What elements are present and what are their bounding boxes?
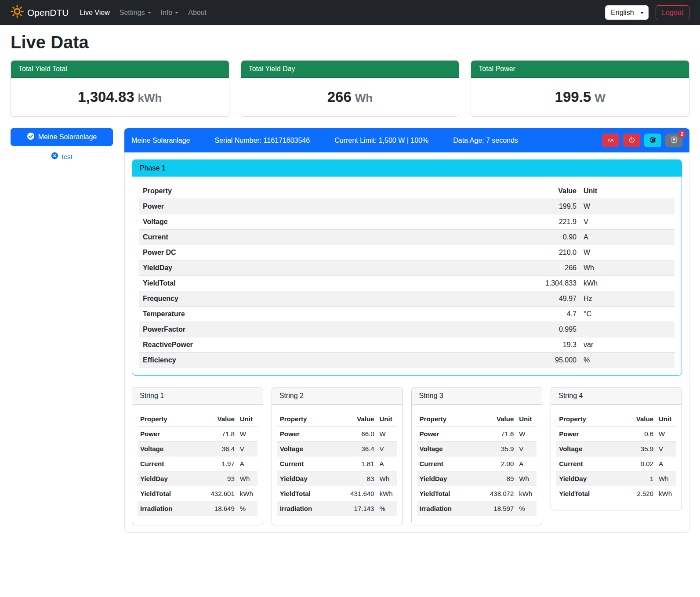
unit-cell: % xyxy=(377,501,397,516)
unit-cell: kWh xyxy=(377,486,397,501)
string-title: String 3 xyxy=(412,387,542,405)
card-title: Total Yield Total xyxy=(11,61,229,78)
unit-cell: V xyxy=(656,441,676,456)
sidebar-item-test[interactable]: test xyxy=(11,152,113,161)
summary-cards: Total Yield Total 1,304.83kWh Total Yiel… xyxy=(11,60,689,117)
value-cell: 266 xyxy=(403,261,580,276)
unit-cell: Wh xyxy=(377,471,397,486)
property-cell: Power xyxy=(139,199,403,214)
value-cell: 2.520 xyxy=(620,486,656,501)
property-cell: YieldTotal xyxy=(138,486,201,501)
column-header: Value xyxy=(403,184,580,199)
unit-cell: W xyxy=(656,427,676,441)
unit-cell: % xyxy=(237,501,258,516)
brand-name: OpenDTU xyxy=(27,7,69,18)
table-row: YieldDay266Wh xyxy=(139,261,675,276)
value-cell: 0.02 xyxy=(620,456,656,471)
unit-cell xyxy=(580,322,675,337)
string-2-card: String 2 PropertyValueUnitPower66.0WVolt… xyxy=(272,387,403,525)
property-cell: ReactivePower xyxy=(139,337,403,353)
value-cell: 221.9 xyxy=(403,214,580,230)
inverter-select-button[interactable]: Meine Solaranlage xyxy=(11,128,113,146)
property-cell: YieldDay xyxy=(139,261,403,276)
value-cell: 93 xyxy=(201,471,237,486)
phase-1-card: Phase 1 PropertyValueUnitPower199.5WVolt… xyxy=(132,159,682,376)
table-row: Irradiation18.597% xyxy=(417,501,537,516)
logout-button[interactable]: Logout xyxy=(656,5,689,20)
value-cell: 36.4 xyxy=(201,441,237,456)
inverter-header-info: Meine Solaranlage Serial Number: 1161716… xyxy=(131,137,518,145)
card-title: Total Power xyxy=(471,61,689,78)
nav-live-view[interactable]: Live View xyxy=(75,5,115,20)
navbar-right: English Logout xyxy=(605,5,689,20)
unit-cell: % xyxy=(516,501,537,516)
table-row: Voltage36.4V xyxy=(277,441,397,456)
table-header-row: PropertyValueUnit xyxy=(417,412,537,427)
property-cell: Power xyxy=(138,427,201,441)
unit-cell: % xyxy=(580,353,675,368)
table-header-row: PropertyValueUnit xyxy=(277,412,397,427)
nav-info-label: Info xyxy=(161,9,173,17)
check-circle-icon xyxy=(27,132,35,142)
property-cell: YieldDay xyxy=(277,471,341,486)
event-log-button[interactable]: 2 xyxy=(665,134,682,147)
value-cell: 18.597 xyxy=(480,501,516,516)
table-row: YieldTotal431.640kWh xyxy=(277,486,397,501)
device-info-button[interactable] xyxy=(644,134,661,147)
property-cell: Current xyxy=(277,456,341,471)
value-cell: 1,304.833 xyxy=(403,276,580,291)
table-row: YieldDay89Wh xyxy=(417,471,537,486)
table-row: Power71.8W xyxy=(138,427,258,441)
nav-about[interactable]: About xyxy=(183,5,211,20)
table-row: YieldTotal432.601kWh xyxy=(138,486,258,501)
value-cell: 95.000 xyxy=(403,353,580,368)
test-label: test xyxy=(62,153,72,160)
table-header-row: PropertyValueUnit xyxy=(139,184,675,199)
value-cell: 83 xyxy=(341,471,377,486)
nav-info[interactable]: Info xyxy=(156,5,184,20)
table-row: Power66.0W xyxy=(277,427,397,441)
inverter-panel-header: Meine Solaranlage Serial Number: 1161716… xyxy=(124,128,689,152)
nav-settings[interactable]: Settings xyxy=(115,5,156,20)
serial-number: Serial Number: 116171603546 xyxy=(214,137,310,145)
unit-cell: A xyxy=(377,456,397,471)
value-cell: 17.143 xyxy=(341,501,377,516)
unit-cell: W xyxy=(377,427,397,441)
language-select[interactable]: English xyxy=(605,5,649,20)
unit-cell: W xyxy=(580,199,675,214)
column-header: Property xyxy=(417,412,481,427)
value-cell: 4.7 xyxy=(403,307,580,322)
unit-cell: Wh xyxy=(580,261,675,276)
total-yield-total-card: Total Yield Total 1,304.83kWh xyxy=(11,60,229,117)
value-cell: 0.995 xyxy=(403,322,580,337)
table-row: Current0.90A xyxy=(139,230,675,245)
property-cell: Voltage xyxy=(277,441,341,456)
property-cell: Power xyxy=(417,427,481,441)
value-cell: 1 xyxy=(620,471,656,486)
column-header: Value xyxy=(201,412,237,427)
property-cell: YieldTotal xyxy=(139,276,403,291)
table-row: Voltage221.9V xyxy=(139,214,675,230)
inverter-sidebar: Meine Solaranlage test xyxy=(11,128,113,161)
value-cell: 66.0 xyxy=(341,427,377,441)
string-2-table: PropertyValueUnitPower66.0WVoltage36.4VC… xyxy=(277,412,397,516)
property-cell: YieldDay xyxy=(138,471,201,486)
string-title: String 1 xyxy=(132,387,263,405)
table-row: YieldDay1Wh xyxy=(556,471,676,486)
limit-settings-button[interactable] xyxy=(602,134,619,147)
table-row: YieldTotal438.072kWh xyxy=(417,486,537,501)
property-cell: Irradiation xyxy=(138,501,201,516)
column-header: Property xyxy=(277,412,341,427)
data-age: Data Age: 7 seconds xyxy=(453,137,518,145)
property-cell: Voltage xyxy=(417,441,481,456)
string-4-table: PropertyValueUnitPower0.6WVoltage35.9VCu… xyxy=(556,412,676,501)
column-header: Property xyxy=(138,412,201,427)
table-row: Temperature4.7°C xyxy=(139,307,675,322)
column-header: Unit xyxy=(580,184,675,199)
unit-cell: kWh xyxy=(516,486,537,501)
property-cell: Irradiation xyxy=(277,501,341,516)
table-row: Frequency49.97Hz xyxy=(139,291,675,307)
power-settings-button[interactable] xyxy=(623,134,640,147)
value-cell: 432.601 xyxy=(201,486,237,501)
brand[interactable]: OpenDTU xyxy=(11,5,69,20)
